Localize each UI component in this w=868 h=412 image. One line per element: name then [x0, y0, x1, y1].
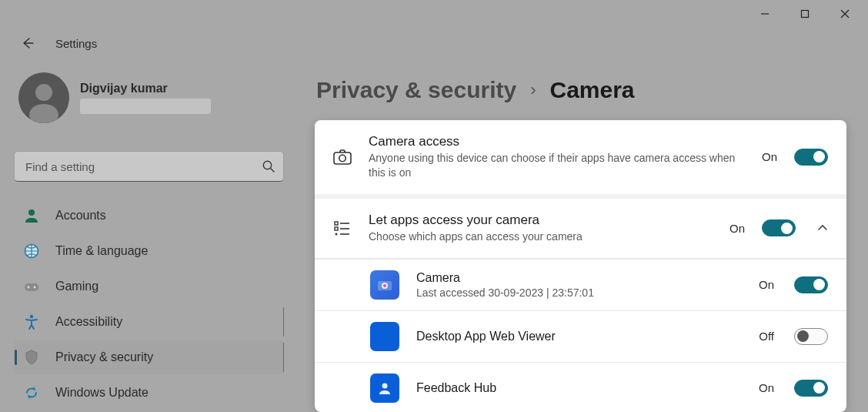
toggle-state-label: Off [759, 330, 774, 343]
sidebar-item-label: Accessibility [55, 315, 122, 329]
sidebar-item-gaming[interactable]: Gaming [14, 270, 284, 303]
svg-point-26 [382, 383, 388, 388]
toggle-state-label: On [759, 381, 774, 394]
sidebar-item-label: Privacy & security [55, 350, 153, 364]
toggle-state-label: On [762, 150, 777, 163]
nav-divider [283, 343, 284, 372]
sidebar-item-time-language[interactable]: Time & language [14, 234, 284, 268]
row-title: Let apps access your camera [369, 213, 716, 228]
camera-icon [330, 147, 355, 167]
row-let-apps-access[interactable]: Let apps access your camera Choose which… [315, 199, 846, 259]
row-title: Camera access [369, 134, 748, 149]
user-info: Digvijay kumar [80, 82, 211, 114]
minimize-icon [760, 9, 770, 18]
feedback-hub-icon [370, 373, 399, 403]
toggle-app-feedback-hub[interactable] [794, 380, 828, 397]
svg-point-25 [383, 284, 386, 287]
main: Privacy & security › Camera Camera acces… [296, 59, 868, 412]
toggle-app-camera[interactable] [794, 276, 828, 293]
app-name: Feedback Hub [416, 381, 742, 395]
user-profile[interactable]: Digvijay kumar [14, 69, 284, 131]
sidebar-item-label: Windows Update [55, 386, 149, 400]
maximize-icon [800, 9, 810, 18]
svg-point-9 [28, 209, 35, 216]
search-box[interactable] [14, 151, 284, 182]
app-row-camera: Camera Last accessed 30-09-2023 | 23:57:… [315, 259, 846, 310]
app-texts: Desktop App Web Viewer [416, 330, 742, 343]
row-subtitle: Anyone using this device can choose if t… [369, 151, 748, 180]
app-meta: Last accessed 30-09-2023 | 23:57:01 [416, 286, 742, 299]
row-subtitle: Choose which apps can access your camera [369, 229, 716, 244]
titlebar [0, 0, 868, 28]
app-title: Settings [55, 37, 97, 50]
body: Digvijay kumar Accounts Time & language [0, 59, 868, 412]
avatar [18, 72, 69, 123]
app-texts: Camera Last accessed 30-09-2023 | 23:57:… [416, 271, 742, 299]
app-name: Desktop App Web Viewer [416, 330, 742, 343]
toggle-app-desktop-web-viewer[interactable] [794, 328, 828, 345]
app-name: Camera [416, 271, 742, 285]
shield-icon [23, 349, 40, 366]
maximize-button[interactable] [788, 2, 822, 25]
svg-point-22 [336, 233, 338, 236]
user-name: Digvijay kumar [80, 82, 211, 95]
app-texts: Feedback Hub [416, 381, 742, 395]
svg-point-5 [35, 84, 52, 101]
svg-line-8 [271, 169, 275, 173]
sidebar-item-label: Time & language [55, 244, 148, 258]
desktop-web-viewer-icon [370, 322, 399, 351]
nav: Accounts Time & language Gaming Accessib… [14, 199, 284, 410]
nav-divider [283, 307, 284, 337]
svg-rect-19 [335, 227, 338, 230]
update-icon [23, 384, 40, 401]
list-icon [330, 219, 355, 237]
gaming-icon [23, 278, 40, 295]
app-row-feedback-hub: Feedback Hub On [315, 362, 846, 412]
row-camera-access: Camera access Anyone using this device c… [315, 120, 846, 199]
close-button[interactable] [828, 2, 862, 25]
back-button[interactable] [15, 31, 40, 55]
sidebar-item-label: Gaming [55, 280, 98, 293]
toggle-let-apps[interactable] [762, 219, 796, 236]
sidebar: Digvijay kumar Accounts Time & language [0, 59, 296, 412]
svg-point-16 [339, 155, 346, 161]
toggle-camera-access[interactable] [794, 149, 828, 166]
svg-point-13 [34, 286, 36, 289]
breadcrumb-current: Camera [549, 77, 634, 103]
search-input[interactable] [25, 160, 262, 173]
chevron-right-icon: › [530, 80, 536, 100]
svg-point-12 [28, 286, 30, 289]
breadcrumb-parent[interactable]: Privacy & security [316, 77, 516, 103]
chevron-up-icon[interactable] [817, 223, 828, 233]
svg-point-14 [30, 315, 33, 318]
user-email-redacted [80, 99, 211, 114]
globe-clock-icon [23, 243, 40, 260]
app-row-desktop-web-viewer: Desktop App Web Viewer Off [315, 310, 846, 362]
settings-panel: Camera access Anyone using this device c… [315, 120, 846, 412]
toggle-state-label: On [729, 222, 745, 235]
camera-app-icon [370, 270, 399, 300]
header: Settings [0, 28, 868, 59]
breadcrumb: Privacy & security › Camera [315, 77, 846, 103]
person-icon [23, 207, 40, 224]
toggle-state-label: On [759, 278, 774, 291]
sidebar-item-accessibility[interactable]: Accessibility [14, 305, 284, 339]
svg-rect-11 [25, 283, 38, 291]
search-icon [262, 159, 275, 173]
row-texts: Let apps access your camera Choose which… [369, 213, 716, 244]
sidebar-item-accounts[interactable]: Accounts [14, 199, 284, 233]
svg-rect-17 [335, 222, 338, 225]
row-texts: Camera access Anyone using this device c… [369, 134, 748, 180]
back-arrow-icon [21, 36, 35, 50]
close-icon [840, 9, 850, 18]
app-list: Camera Last accessed 30-09-2023 | 23:57:… [315, 259, 846, 412]
svg-rect-1 [802, 11, 809, 18]
minimize-button[interactable] [748, 2, 782, 25]
sidebar-item-windows-update[interactable]: Windows Update [14, 376, 284, 410]
sidebar-item-label: Accounts [55, 209, 106, 223]
accessibility-icon [23, 313, 40, 330]
settings-window: Settings Digvijay kumar [0, 0, 868, 412]
sidebar-item-privacy-security[interactable]: Privacy & security [14, 340, 284, 374]
svg-rect-15 [334, 152, 351, 164]
